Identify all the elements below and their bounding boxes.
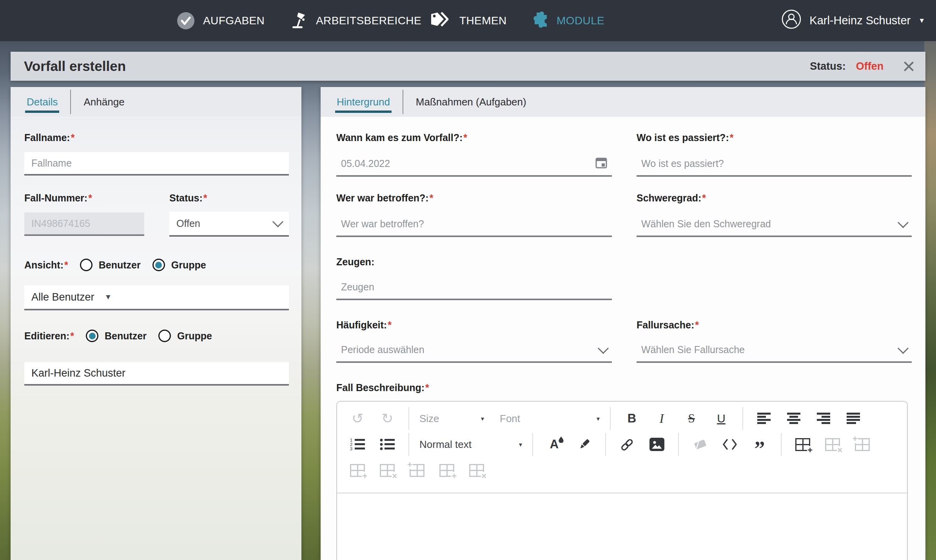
radio-editieren-benutzer[interactable]: Benutzer — [86, 330, 147, 342]
radio-ansicht-benutzer[interactable]: Benutzer — [80, 259, 141, 271]
tab-massnahmen[interactable]: Maßnahmen (Aufgaben) — [414, 87, 529, 117]
fallursache-select[interactable]: Wählen Sie Fallursache — [637, 338, 912, 363]
chevron-down-icon — [898, 217, 909, 228]
nav-label: AUFGABEN — [203, 14, 265, 27]
date-field[interactable]: 05.04.2022 — [336, 152, 612, 177]
font-color-icon[interactable]: A — [543, 433, 565, 455]
editor-user-input[interactable] — [24, 362, 289, 386]
user-name: Karl-Heinz Schuster — [809, 14, 911, 27]
code-icon[interactable] — [719, 433, 741, 455]
font-size-dropdown[interactable]: Size ▾ — [419, 408, 484, 430]
status-value: Offen — [856, 60, 884, 72]
insert-image-icon[interactable] — [646, 433, 668, 455]
italic-icon[interactable]: I — [651, 408, 673, 430]
schweregrad-label: Schweregrad:* — [637, 192, 706, 204]
link-icon[interactable] — [616, 433, 638, 455]
fallursache-label: Fallursache:* — [637, 319, 699, 331]
delete-table-icon — [822, 433, 843, 455]
fallnummer-input — [24, 212, 144, 236]
editor-toolbar: ↺ ↻ Size ▾ Font ▾ B I S U — [337, 402, 907, 493]
wann-label: Wann kam es zum Vorfall?:* — [336, 132, 467, 143]
status-select[interactable]: Offen — [169, 212, 289, 237]
delete-column-icon — [466, 459, 488, 481]
details-panel: Details Anhänge Fallname:* Fall-Nummer:*… — [11, 87, 301, 560]
svg-text:3: 3 — [350, 446, 352, 451]
nav-item-module[interactable]: MODULE — [530, 0, 604, 41]
background-photo-strip — [924, 0, 936, 560]
user-menu[interactable]: Karl-Heinz Schuster ▼ — [781, 0, 925, 41]
chevron-down-icon — [598, 343, 609, 353]
paragraph-style-dropdown[interactable]: Normal text ▾ — [419, 433, 522, 455]
calendar-icon — [595, 156, 607, 171]
haeufigkeit-label: Häufigkeit:* — [336, 319, 392, 331]
rich-text-editor: ↺ ↻ Size ▾ Font ▾ B I S U — [336, 401, 908, 560]
radio-icon — [80, 259, 93, 271]
delete-row-icon — [376, 459, 398, 481]
page-title: Vorfall erstellen — [24, 58, 126, 74]
puzzle-icon — [530, 10, 548, 31]
radio-editieren-gruppe[interactable]: Gruppe — [158, 330, 212, 342]
triangle-down-icon: ▾ — [597, 415, 600, 422]
tab-divider — [70, 90, 71, 114]
nav-label: THEMEN — [459, 14, 507, 27]
wo-input[interactable] — [637, 152, 912, 177]
bullet-list-icon[interactable] — [376, 433, 398, 455]
insert-table-icon[interactable] — [792, 433, 814, 455]
align-left-icon[interactable] — [753, 408, 775, 430]
nav-item-arbeitsbereiche[interactable]: ARBEITSBEREICHE — [290, 0, 421, 41]
zeugen-input[interactable] — [336, 275, 612, 300]
ansicht-label: Ansicht:* — [24, 259, 68, 271]
fallname-input[interactable] — [24, 152, 289, 176]
undo-icon[interactable]: ↺ — [346, 408, 368, 430]
zeugen-label: Zeugen: — [336, 256, 374, 268]
dialog-titlebar: Vorfall erstellen Status: Offen × — [11, 52, 925, 81]
tab-hintergrund[interactable]: Hintergrund — [334, 87, 392, 117]
align-right-icon[interactable] — [813, 408, 835, 430]
add-column-right-icon — [436, 459, 458, 481]
radio-ansicht-gruppe[interactable]: Gruppe — [152, 259, 206, 271]
underline-icon[interactable]: U — [710, 408, 732, 430]
radio-icon-selected — [86, 330, 98, 342]
fallname-label: Fallname:* — [24, 132, 74, 143]
blockquote-icon[interactable]: ” — [749, 438, 771, 460]
haeufigkeit-select[interactable]: Periode auswählen — [336, 338, 612, 363]
wer-input[interactable] — [336, 212, 612, 237]
tags-icon — [430, 11, 451, 30]
close-icon[interactable]: × — [902, 57, 915, 75]
nav-item-themen[interactable]: THEMEN — [430, 0, 507, 41]
hintergrund-panel: Hintergrund Maßnahmen (Aufgaben) Wann ka… — [321, 87, 925, 560]
align-justify-icon[interactable] — [843, 408, 865, 430]
ordered-list-icon[interactable]: 1 2 3 — [346, 433, 368, 455]
radio-icon — [158, 330, 171, 342]
triangle-down-icon: ▾ — [519, 441, 522, 448]
top-nav: AUFGABEN ARBEITSBEREICHE — [0, 0, 936, 41]
add-row-above-icon — [851, 433, 873, 455]
add-row-below-icon — [346, 459, 368, 481]
desk-lamp-icon — [290, 10, 307, 31]
status-label: Status: — [810, 60, 846, 72]
alle-benutzer-select[interactable]: Alle Benutzer ▼ — [24, 285, 289, 310]
editieren-label: Editieren:* — [24, 330, 74, 342]
tab-anhaenge[interactable]: Anhänge — [81, 87, 127, 117]
font-family-dropdown[interactable]: Font ▾ — [500, 408, 600, 430]
incident-create-screen: AUFGABEN ARBEITSBEREICHE — [0, 0, 936, 560]
beschreibung-label: Fall Beschreibung:* — [336, 382, 429, 393]
radio-icon-selected — [152, 259, 165, 271]
tab-details[interactable]: Details — [24, 87, 60, 117]
chevron-down-icon — [898, 343, 909, 353]
add-column-left-icon — [406, 459, 428, 481]
nav-item-aufgaben[interactable]: AUFGABEN — [177, 0, 265, 41]
fallnummer-label: Fall-Nummer:* — [24, 192, 92, 204]
user-avatar-icon — [781, 9, 802, 32]
editieren-radio-group: Editieren:* Benutzer Gruppe — [24, 330, 212, 342]
editor-text-area[interactable] — [337, 493, 907, 560]
redo-icon[interactable]: ↻ — [376, 408, 398, 430]
strikethrough-icon[interactable]: S — [680, 408, 702, 430]
ansicht-radio-group: Ansicht:* Benutzer Gruppe — [24, 259, 206, 271]
align-center-icon[interactable] — [783, 408, 805, 430]
chevron-down-icon — [272, 216, 283, 227]
highlight-marker-icon[interactable] — [573, 433, 595, 455]
bold-icon[interactable]: B — [621, 408, 643, 430]
schweregrad-select[interactable]: Wählen Sie den Schweregrad — [637, 212, 912, 237]
nav-label: ARBEITSBEREICHE — [316, 14, 421, 27]
